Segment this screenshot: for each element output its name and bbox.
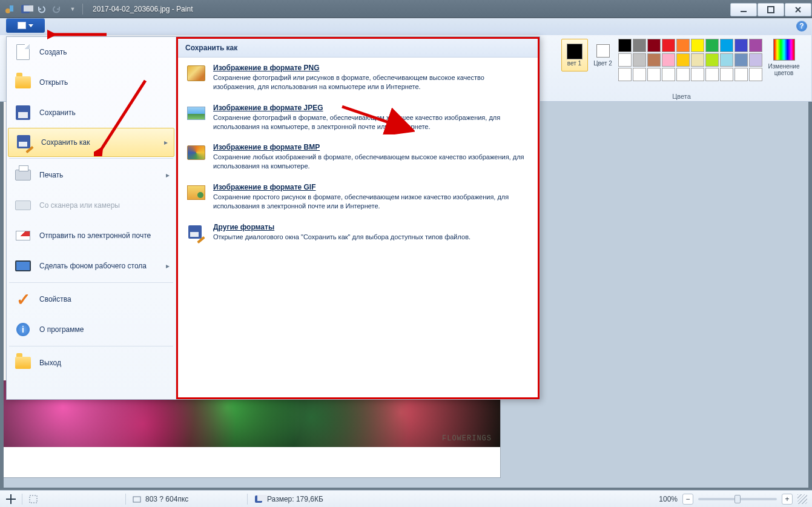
file-menu-open[interactable]: Открыть — [7, 67, 176, 98]
svg-point-0 — [5, 8, 10, 13]
palette-swatch[interactable] — [691, 53, 704, 67]
file-menu-label: Печать — [39, 171, 63, 179]
format-desc: Сохранение любых изображений в формате, … — [213, 153, 528, 171]
file-menu-properties[interactable]: ✓Свойства — [7, 284, 176, 314]
palette-swatch[interactable] — [662, 53, 675, 67]
save-icon — [14, 104, 32, 122]
palette-swatch[interactable] — [618, 53, 632, 67]
resize-grip[interactable] — [797, 494, 807, 504]
saveas-other[interactable]: Другие форматыОткрытие диалогового окна … — [178, 217, 538, 248]
palette-swatch[interactable] — [647, 53, 661, 67]
palette-swatch[interactable] — [618, 39, 632, 52]
format-title: Изображение в формате PNG — [213, 64, 528, 72]
window-title: 2017-04-02_203606.jpg - Paint — [93, 5, 193, 13]
file-menu-sendmail[interactable]: Отправить по электронной почте — [7, 220, 176, 251]
format-desc: Сохранение фотографий или рисунков в фор… — [213, 73, 528, 91]
file-menu-print[interactable]: Печать — [7, 160, 176, 190]
maximize-button[interactable] — [758, 3, 784, 16]
file-menu-label: Выход — [39, 359, 61, 367]
palette-swatch[interactable] — [647, 39, 661, 52]
file-menu-label: Сделать фоном рабочего стола — [39, 262, 147, 270]
file-menu-wallpaper[interactable]: Сделать фоном рабочего стола — [7, 251, 176, 281]
file-menu-label: Открыть — [39, 78, 68, 87]
wallpaper-icon — [14, 257, 32, 275]
file-menu-label: Сохранить как — [41, 138, 90, 147]
svg-rect-8 — [133, 497, 140, 502]
palette-swatch[interactable] — [734, 39, 748, 52]
save-as-submenu: Сохранить как Изображение в формате PNGС… — [176, 37, 540, 399]
zoom-in-button[interactable]: + — [782, 494, 793, 505]
qat-undo-icon[interactable] — [34, 2, 48, 16]
print-icon — [14, 166, 32, 184]
rainbow-icon — [773, 39, 795, 61]
app-icon — [2, 2, 17, 16]
file-menu-label: Отправить по электронной почте — [39, 231, 151, 240]
gif-format-icon — [186, 183, 206, 202]
saveas-png[interactable]: Изображение в формате PNGСохранение фото… — [178, 58, 538, 98]
format-title: Изображение в формате GIF — [213, 183, 528, 191]
file-menu-saveas[interactable]: Сохранить как — [8, 128, 174, 157]
edit-colors-button[interactable]: Изменение цветов — [766, 39, 802, 76]
file-menu-about[interactable]: iО программе — [7, 314, 176, 345]
palette-swatch[interactable] — [705, 53, 719, 67]
qat-save-icon[interactable] — [18, 2, 33, 16]
file-menu: СоздатьОткрытьСохранитьСохранить какПеча… — [6, 36, 540, 400]
palette-swatch[interactable] — [618, 68, 632, 81]
palette-swatch[interactable] — [705, 68, 719, 81]
window-controls — [730, 2, 812, 16]
zoom-slider[interactable] — [698, 498, 777, 500]
watermark-text: FLOWERINGS — [442, 435, 492, 442]
zoom-text: 100% — [659, 495, 678, 503]
file-menu-label: Свойства — [39, 295, 71, 303]
exit-icon — [14, 354, 32, 372]
status-dimensions: 803 ? 604пкс — [126, 491, 247, 507]
palette-swatch[interactable] — [691, 39, 704, 52]
palette-swatch[interactable] — [662, 39, 675, 52]
color2-button[interactable]: Цвет 2 — [592, 39, 615, 71]
palette-swatch[interactable] — [734, 68, 748, 81]
qat-customize-icon[interactable]: ▼ — [65, 2, 80, 16]
svg-rect-1 — [10, 5, 13, 12]
palette-swatch[interactable] — [749, 53, 762, 67]
palette-swatch[interactable] — [734, 53, 748, 67]
annotation-arrow-2 — [94, 78, 148, 156]
svg-rect-7 — [30, 495, 37, 503]
palette-swatch[interactable] — [691, 68, 704, 81]
palette-swatch[interactable] — [676, 53, 690, 67]
palette-swatch[interactable] — [647, 68, 661, 81]
palette-swatch[interactable] — [676, 68, 690, 81]
image-size-icon — [132, 494, 142, 504]
saveas-gif[interactable]: Изображение в формате GIFСохранение прос… — [178, 177, 538, 217]
selection-size-icon — [28, 494, 38, 504]
minimize-button[interactable] — [730, 3, 757, 16]
palette-swatch[interactable] — [720, 53, 733, 67]
color1-button[interactable]: вет 1 — [561, 39, 588, 71]
saveas-bmp[interactable]: Изображение в формате BMPСохранение любы… — [178, 137, 538, 177]
palette-swatch[interactable] — [633, 53, 646, 67]
palette-swatch[interactable] — [720, 39, 733, 52]
file-menu-label: Создать — [39, 48, 67, 56]
palette-swatch[interactable] — [705, 39, 719, 52]
qat-redo-icon[interactable] — [50, 2, 64, 16]
svg-rect-3 — [768, 7, 774, 13]
bmp-format-icon — [186, 143, 206, 162]
file-menu-scanner: Со сканера или камеры — [7, 190, 176, 220]
submenu-title: Сохранить как — [178, 39, 538, 58]
zoom-out-button[interactable]: − — [682, 494, 693, 505]
palette-swatch[interactable] — [662, 68, 675, 81]
palette-swatch[interactable] — [749, 39, 762, 52]
color-palette[interactable] — [618, 39, 762, 81]
palette-swatch[interactable] — [676, 39, 690, 52]
palette-swatch[interactable] — [720, 68, 733, 81]
palette-swatch[interactable] — [633, 68, 646, 81]
file-menu-exit[interactable]: Выход — [7, 348, 176, 378]
palette-swatch[interactable] — [749, 68, 762, 81]
saveas-icon — [16, 133, 34, 151]
file-menu-button[interactable] — [6, 18, 45, 33]
file-menu-save[interactable]: Сохранить — [7, 98, 176, 128]
palette-swatch[interactable] — [633, 39, 646, 52]
help-icon[interactable]: ? — [796, 21, 807, 31]
cursor-position-icon — [6, 494, 16, 504]
quick-access-toolbar: ▼ — [2, 2, 80, 16]
close-button[interactable] — [785, 3, 811, 16]
